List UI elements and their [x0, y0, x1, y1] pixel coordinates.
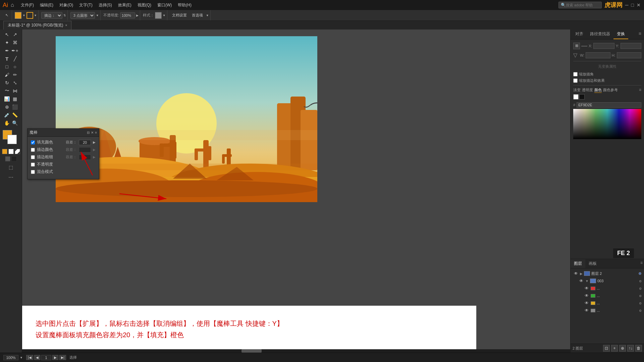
layer-003-item[interactable]: 👁 ▼ 003 o [572, 277, 643, 285]
scale-corners-checkbox[interactable] [573, 72, 578, 76]
line-tool[interactable]: ╱ [11, 55, 19, 62]
layers-delete-btn[interactable]: 🗑 [635, 345, 642, 352]
column-graph-tool[interactable]: ⬛ [11, 103, 19, 111]
transform-y[interactable] [621, 43, 641, 49]
color-tab-fade[interactable]: 淡变 [573, 87, 581, 93]
symbol-tool[interactable]: ⊕ [3, 103, 11, 111]
white-swatch[interactable] [573, 94, 579, 100]
page-last-btn[interactable]: ▶| [59, 355, 66, 360]
rect-tool[interactable]: □ [3, 63, 11, 70]
align-icon-1[interactable]: ⊞ [573, 43, 580, 49]
hex-input[interactable] [577, 102, 641, 108]
warp-tool[interactable]: 〜 [3, 87, 11, 95]
tab-close-btn[interactable]: × [65, 23, 67, 27]
layers-new-layer-btn[interactable]: + [611, 345, 618, 352]
color-mode-gradient[interactable] [15, 149, 20, 154]
fill-tolerance-arrow[interactable]: ▶ [93, 140, 96, 144]
pencil-tool[interactable]: ✏ [11, 71, 19, 78]
layer-red-item[interactable]: 👁 ... o [572, 285, 643, 292]
menu-text[interactable]: 文字(T) [76, 2, 95, 9]
layer-gray-item[interactable]: 👁 ... o [572, 307, 643, 314]
graph-tool[interactable]: 📊 [3, 95, 11, 103]
view-fullscreen[interactable] [11, 156, 17, 162]
art-board-tool[interactable]: ⬚ [7, 164, 15, 171]
blend-mode-checkbox[interactable] [31, 170, 35, 174]
window-maximize[interactable]: □ [631, 2, 634, 8]
menu-object[interactable]: 对象(O) [57, 2, 76, 9]
menu-effect[interactable]: 效果(E) [115, 2, 134, 9]
selection-tool[interactable]: ↖ [3, 31, 11, 38]
zoom-input[interactable] [3, 355, 18, 360]
layers-menu[interactable]: ≡ [639, 259, 644, 268]
measure-tool[interactable]: 📏 [11, 111, 19, 119]
layers-tab[interactable]: 图层 [571, 259, 585, 268]
scale-tool[interactable]: ⤡ [11, 79, 19, 86]
magic-wand-tool[interactable]: ✦ [3, 39, 11, 46]
opacity-checkbox[interactable] [31, 163, 35, 167]
menu-help[interactable]: 帮助(H) [175, 2, 194, 9]
tab-align[interactable]: 对齐 [572, 29, 587, 39]
layer-yellow-eye[interactable]: 👁 [584, 300, 589, 306]
search-input[interactable] [566, 3, 599, 7]
hand-tool[interactable]: ✋ [3, 119, 11, 127]
layer-003-expand[interactable]: ▼ [585, 279, 589, 283]
stroke-width-checkbox[interactable] [31, 155, 35, 159]
layer-green-eye[interactable]: 👁 [584, 293, 589, 298]
select-tool-btn[interactable]: ↖ [3, 12, 10, 18]
paint-brush-tool[interactable]: 🖌 [3, 71, 11, 78]
opacity-arrow[interactable]: ▶ [136, 14, 139, 17]
eyedropper-tool[interactable]: 💉 [3, 111, 11, 119]
fill-swatch[interactable] [15, 12, 21, 19]
window-minimize[interactable]: ─ [625, 2, 629, 8]
color-mode-none[interactable] [8, 149, 14, 154]
menu-select[interactable]: 选择(S) [96, 2, 115, 9]
point-select[interactable]: 3 点圆形 [70, 12, 95, 19]
layer-2-expand[interactable]: ▶ [580, 272, 583, 276]
menu-window[interactable]: 窗口(W) [155, 2, 174, 9]
stroke-color-checkbox[interactable] [31, 148, 35, 152]
text-tool[interactable]: T [3, 55, 11, 62]
blend-tool[interactable]: ⋈ [11, 87, 19, 95]
layers-copy-btn[interactable]: ⊕ [619, 345, 626, 352]
scale-strokes-checkbox[interactable] [573, 78, 578, 83]
menu-edit[interactable]: 编辑(E) [37, 2, 56, 9]
page-prev-btn[interactable]: ◀ [34, 355, 40, 360]
search-box[interactable]: 🔍 [558, 2, 602, 8]
layer-green-item[interactable]: 👁 ... o [572, 292, 643, 299]
canvas-area[interactable]: 魔棒 ⊟ ✕ ≡ 填充颜色 容差： ▶ [22, 29, 570, 353]
right-panel-options[interactable]: ≡ [637, 29, 643, 39]
transform-w[interactable] [586, 52, 610, 58]
layer-2-eye[interactable]: 👁 [573, 271, 579, 276]
bar-chart-tool[interactable]: ▦ [11, 95, 19, 103]
scrollbar-thumb[interactable] [241, 349, 262, 353]
layer-red-eye[interactable]: 👁 [584, 286, 589, 291]
document-tab[interactable]: 未标题-1* @ 100% (RGB/预览) × [3, 21, 71, 29]
doc-settings-btn[interactable]: 文档设置 [170, 12, 189, 18]
layers-move-btn[interactable]: ↑↓ [627, 345, 634, 352]
color-panel-menu[interactable]: ≡ [639, 87, 641, 93]
prefs-dropdown[interactable]: ▼ [206, 14, 209, 17]
home-icon[interactable]: ⌂ [11, 2, 14, 8]
page-next-btn[interactable]: ▶ [52, 355, 58, 360]
opacity-input[interactable] [120, 12, 135, 18]
panel-close[interactable]: ✕ [91, 131, 94, 134]
window-close[interactable]: ✕ [637, 2, 641, 8]
preferences-btn[interactable]: 首选项 [190, 12, 205, 18]
fill-tolerance-input[interactable] [79, 140, 91, 145]
layers-make-mask-btn[interactable]: ⊡ [603, 345, 610, 352]
color-mode-color[interactable] [2, 149, 7, 154]
add-anchor-tool[interactable]: ✒+ [11, 47, 19, 54]
color-tab-opacity[interactable]: 透明度 [582, 87, 593, 93]
black-swatch[interactable] [579, 94, 585, 100]
menu-view[interactable]: 视图(Q) [135, 2, 154, 9]
layer-gray-eye[interactable]: 👁 [584, 308, 589, 313]
direct-select-tool[interactable]: ↗ [11, 31, 19, 38]
ellipse-tool[interactable]: ○ [11, 63, 19, 70]
lasso-tool[interactable]: ⌘ [11, 39, 19, 46]
stroke-swatch[interactable] [26, 12, 33, 19]
color-tab-ref[interactable]: 颜色参考 [603, 87, 618, 93]
more-tools[interactable]: ··· [8, 174, 13, 181]
layer-003-eye[interactable]: 👁 [579, 278, 584, 284]
menu-file[interactable]: 文件(F) [18, 2, 37, 9]
style-swatch[interactable] [155, 12, 162, 19]
